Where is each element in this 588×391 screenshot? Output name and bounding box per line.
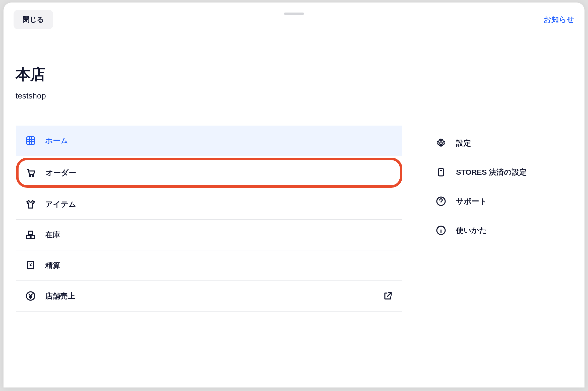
menu-item-settings[interactable]: 設定	[432, 129, 574, 158]
menu-item-howto[interactable]: 使いかた	[432, 216, 574, 245]
menu-label: ホーム	[45, 136, 393, 146]
menu-label: 精算	[45, 260, 393, 271]
menu-label: 設定	[456, 138, 471, 148]
svg-point-18	[441, 228, 441, 229]
menu-item-home[interactable]: ホーム	[16, 126, 402, 156]
svg-rect-13	[438, 168, 444, 176]
menu-label: STORES 決済の設定	[456, 167, 527, 177]
svg-point-12	[440, 142, 442, 144]
help-icon	[435, 196, 447, 207]
menu-item-stock[interactable]: 在庫	[16, 220, 402, 250]
info-icon	[435, 225, 447, 236]
menu-label: 在庫	[45, 230, 393, 240]
store-heading: 本店 testshop	[16, 64, 574, 101]
yen-icon	[25, 290, 36, 302]
svg-rect-7	[29, 231, 33, 234]
svg-rect-14	[440, 170, 442, 171]
boxes-icon	[25, 229, 36, 240]
notifications-link[interactable]: お知らせ	[544, 15, 574, 25]
menu-item-order[interactable]: オーダー	[16, 158, 402, 188]
menu-item-sales[interactable]: 店舗売上	[16, 281, 402, 312]
terminal-icon	[435, 167, 447, 178]
modal-window: 閉じる お知らせ 本店 testshop ホーム オーダー	[4, 3, 584, 387]
menu-item-stores-payment[interactable]: STORES 決済の設定	[432, 158, 574, 187]
grid-icon	[25, 135, 36, 146]
menu-label: オーダー	[46, 168, 393, 178]
menu-item-checkout[interactable]: ¥ 精算	[16, 250, 402, 281]
svg-rect-9	[31, 235, 35, 239]
top-bar: 閉じる お知らせ	[14, 7, 574, 29]
svg-rect-8	[26, 235, 30, 239]
store-subtitle: testshop	[16, 91, 574, 101]
svg-text:¥: ¥	[29, 262, 32, 267]
svg-point-5	[29, 175, 31, 177]
menu-label: アイテム	[45, 199, 393, 210]
menu-item-item[interactable]: アイテム	[16, 189, 402, 220]
menu-label: 使いかた	[456, 225, 487, 236]
receipt-icon: ¥	[25, 260, 36, 271]
svg-point-16	[441, 203, 441, 204]
svg-rect-0	[27, 137, 34, 144]
main-menu-list: ホーム オーダー アイテム 在庫	[16, 126, 402, 312]
external-link-icon	[382, 290, 393, 302]
secondary-menu-list: 設定 STORES 決済の設定 サポート 使いかた	[432, 126, 574, 312]
gear-icon	[435, 138, 447, 149]
store-title: 本店	[16, 64, 574, 85]
menu-label: 店舗売上	[45, 291, 373, 301]
cart-icon	[26, 167, 37, 178]
menu-label: サポート	[456, 196, 487, 207]
close-button[interactable]: 閉じる	[14, 10, 53, 29]
tshirt-icon	[25, 199, 36, 210]
svg-point-6	[33, 175, 34, 177]
menu-item-support[interactable]: サポート	[432, 187, 574, 216]
content-row: ホーム オーダー アイテム 在庫	[16, 126, 574, 312]
